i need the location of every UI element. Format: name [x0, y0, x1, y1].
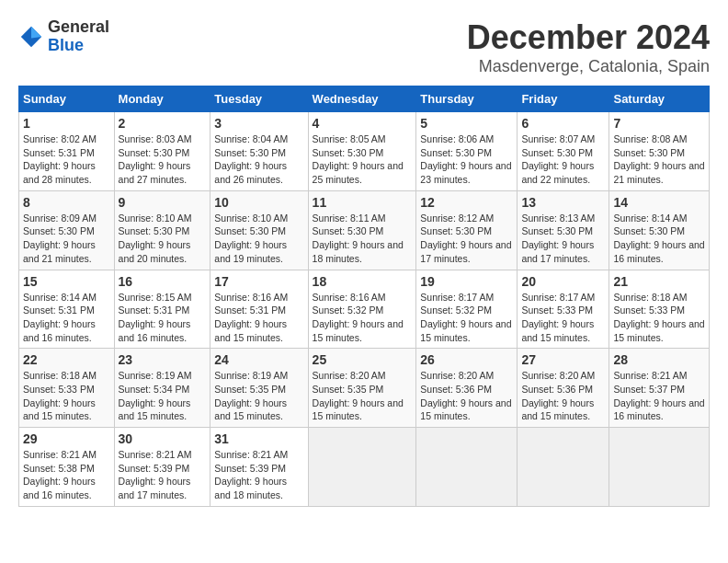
day-number: 31: [214, 431, 303, 446]
day-info: Sunrise: 8:20 AMSunset: 5:36 PMDaylight:…: [521, 369, 605, 423]
calendar-day-cell: 14Sunrise: 8:14 AMSunset: 5:30 PMDayligh…: [609, 190, 710, 270]
calendar-day-cell: 28Sunrise: 8:21 AMSunset: 5:37 PMDayligh…: [609, 349, 710, 428]
day-number: 23: [119, 352, 207, 367]
day-info: Sunrise: 8:20 AMSunset: 5:35 PMDaylight:…: [313, 369, 413, 423]
calendar-day-cell: 10Sunrise: 8:10 AMSunset: 5:30 PMDayligh…: [210, 190, 308, 270]
day-info: Sunrise: 8:20 AMSunset: 5:36 PMDaylight:…: [420, 369, 513, 423]
day-info: Sunrise: 8:21 AMSunset: 5:39 PMDaylight:…: [119, 448, 207, 502]
calendar-day-cell: 13Sunrise: 8:13 AMSunset: 5:30 PMDayligh…: [518, 190, 609, 270]
day-number: 9: [119, 195, 207, 210]
day-number: 12: [420, 195, 513, 210]
day-info: Sunrise: 8:06 AMSunset: 5:30 PMDaylight:…: [420, 132, 513, 187]
day-info: Sunrise: 8:12 AMSunset: 5:30 PMDaylight:…: [420, 212, 513, 266]
calendar-header-cell: Wednesday: [308, 86, 416, 112]
calendar-day-cell: 6Sunrise: 8:07 AMSunset: 5:30 PMDaylight…: [518, 112, 609, 191]
day-number: 15: [23, 274, 110, 289]
day-number: 17: [214, 274, 303, 289]
day-number: 30: [119, 431, 207, 446]
day-info: Sunrise: 8:09 AMSunset: 5:30 PMDaylight:…: [23, 212, 110, 266]
day-info: Sunrise: 8:04 AMSunset: 5:30 PMDaylight:…: [214, 132, 303, 187]
day-number: 25: [313, 352, 413, 367]
header: General Blue December 2024 Masdenverge, …: [18, 18, 710, 76]
calendar-day-cell: 19Sunrise: 8:17 AMSunset: 5:32 PMDayligh…: [416, 270, 518, 349]
day-info: Sunrise: 8:16 AMSunset: 5:32 PMDaylight:…: [313, 291, 413, 345]
calendar-day-cell: 7Sunrise: 8:08 AMSunset: 5:30 PMDaylight…: [609, 112, 710, 191]
day-info: Sunrise: 8:19 AMSunset: 5:34 PMDaylight:…: [119, 369, 207, 423]
day-info: Sunrise: 8:02 AMSunset: 5:31 PMDaylight:…: [23, 132, 110, 187]
svg-marker-1: [31, 27, 41, 39]
day-info: Sunrise: 8:11 AMSunset: 5:30 PMDaylight:…: [313, 212, 413, 266]
calendar-day-cell: [609, 428, 710, 507]
day-info: Sunrise: 8:16 AMSunset: 5:31 PMDaylight:…: [214, 291, 303, 345]
calendar-week-row: 29Sunrise: 8:21 AMSunset: 5:38 PMDayligh…: [19, 428, 710, 507]
day-number: 21: [613, 274, 705, 289]
calendar-day-cell: 15Sunrise: 8:14 AMSunset: 5:31 PMDayligh…: [19, 270, 115, 349]
day-info: Sunrise: 8:17 AMSunset: 5:33 PMDaylight:…: [521, 291, 605, 345]
day-info: Sunrise: 8:21 AMSunset: 5:39 PMDaylight:…: [214, 448, 303, 502]
day-number: 27: [521, 352, 605, 367]
title-block: December 2024 Masdenverge, Catalonia, Sp…: [467, 18, 710, 76]
calendar-week-row: 1Sunrise: 8:02 AMSunset: 5:31 PMDaylight…: [19, 112, 710, 191]
day-info: Sunrise: 8:21 AMSunset: 5:38 PMDaylight:…: [23, 448, 110, 502]
day-info: Sunrise: 8:03 AMSunset: 5:30 PMDaylight:…: [119, 132, 207, 187]
calendar-header-cell: Monday: [114, 86, 210, 112]
calendar-day-cell: 3Sunrise: 8:04 AMSunset: 5:30 PMDaylight…: [210, 112, 308, 191]
day-number: 22: [23, 352, 110, 367]
calendar-header-cell: Sunday: [19, 86, 115, 112]
calendar-day-cell: 23Sunrise: 8:19 AMSunset: 5:34 PMDayligh…: [114, 349, 210, 428]
day-number: 29: [23, 431, 110, 446]
day-info: Sunrise: 8:07 AMSunset: 5:30 PMDaylight:…: [521, 132, 605, 187]
calendar-day-cell: 5Sunrise: 8:06 AMSunset: 5:30 PMDaylight…: [416, 112, 518, 191]
calendar-day-cell: 22Sunrise: 8:18 AMSunset: 5:33 PMDayligh…: [19, 349, 115, 428]
calendar-header-cell: Friday: [518, 86, 609, 112]
calendar-day-cell: 12Sunrise: 8:12 AMSunset: 5:30 PMDayligh…: [416, 190, 518, 270]
day-number: 20: [521, 274, 605, 289]
logo: General Blue: [18, 18, 109, 55]
calendar-day-cell: 18Sunrise: 8:16 AMSunset: 5:32 PMDayligh…: [308, 270, 416, 349]
day-info: Sunrise: 8:14 AMSunset: 5:31 PMDaylight:…: [23, 291, 110, 345]
day-number: 7: [613, 116, 705, 131]
day-number: 1: [23, 116, 110, 131]
day-number: 26: [420, 352, 513, 367]
day-number: 8: [23, 195, 110, 210]
day-number: 6: [521, 116, 605, 131]
day-info: Sunrise: 8:17 AMSunset: 5:32 PMDaylight:…: [420, 291, 513, 345]
calendar-day-cell: 26Sunrise: 8:20 AMSunset: 5:36 PMDayligh…: [416, 349, 518, 428]
calendar-day-cell: 30Sunrise: 8:21 AMSunset: 5:39 PMDayligh…: [114, 428, 210, 507]
day-info: Sunrise: 8:13 AMSunset: 5:30 PMDaylight:…: [521, 212, 605, 266]
calendar-day-cell: 29Sunrise: 8:21 AMSunset: 5:38 PMDayligh…: [19, 428, 115, 507]
calendar-day-cell: 24Sunrise: 8:19 AMSunset: 5:35 PMDayligh…: [210, 349, 308, 428]
day-number: 19: [420, 274, 513, 289]
calendar-day-cell: 20Sunrise: 8:17 AMSunset: 5:33 PMDayligh…: [518, 270, 609, 349]
day-info: Sunrise: 8:14 AMSunset: 5:30 PMDaylight:…: [613, 212, 705, 266]
day-number: 24: [214, 352, 303, 367]
day-number: 14: [613, 195, 705, 210]
calendar-day-cell: 9Sunrise: 8:10 AMSunset: 5:30 PMDaylight…: [114, 190, 210, 270]
day-number: 3: [214, 116, 303, 131]
day-info: Sunrise: 8:21 AMSunset: 5:37 PMDaylight:…: [613, 369, 705, 423]
logo-text: General Blue: [48, 18, 109, 55]
calendar-day-cell: 11Sunrise: 8:11 AMSunset: 5:30 PMDayligh…: [308, 190, 416, 270]
day-info: Sunrise: 8:15 AMSunset: 5:31 PMDaylight:…: [119, 291, 207, 345]
day-info: Sunrise: 8:05 AMSunset: 5:30 PMDaylight:…: [313, 132, 413, 187]
day-number: 10: [214, 195, 303, 210]
calendar-week-row: 22Sunrise: 8:18 AMSunset: 5:33 PMDayligh…: [19, 349, 710, 428]
calendar-day-cell: [308, 428, 416, 507]
calendar-day-cell: 16Sunrise: 8:15 AMSunset: 5:31 PMDayligh…: [114, 270, 210, 349]
day-number: 2: [119, 116, 207, 131]
calendar-day-cell: 1Sunrise: 8:02 AMSunset: 5:31 PMDaylight…: [19, 112, 115, 191]
day-info: Sunrise: 8:10 AMSunset: 5:30 PMDaylight:…: [119, 212, 207, 266]
day-number: 16: [119, 274, 207, 289]
subtitle: Masdenverge, Catalonia, Spain: [467, 57, 710, 76]
day-info: Sunrise: 8:19 AMSunset: 5:35 PMDaylight:…: [214, 369, 303, 423]
calendar-day-cell: 8Sunrise: 8:09 AMSunset: 5:30 PMDaylight…: [19, 190, 115, 270]
calendar-day-cell: 25Sunrise: 8:20 AMSunset: 5:35 PMDayligh…: [308, 349, 416, 428]
calendar-day-cell: 4Sunrise: 8:05 AMSunset: 5:30 PMDaylight…: [308, 112, 416, 191]
calendar-table: SundayMondayTuesdayWednesdayThursdayFrid…: [18, 86, 710, 507]
day-number: 28: [613, 352, 705, 367]
day-info: Sunrise: 8:18 AMSunset: 5:33 PMDaylight:…: [613, 291, 705, 345]
calendar-day-cell: [518, 428, 609, 507]
calendar-header-cell: Saturday: [609, 86, 710, 112]
calendar-header-cell: Tuesday: [210, 86, 308, 112]
day-number: 11: [313, 195, 413, 210]
